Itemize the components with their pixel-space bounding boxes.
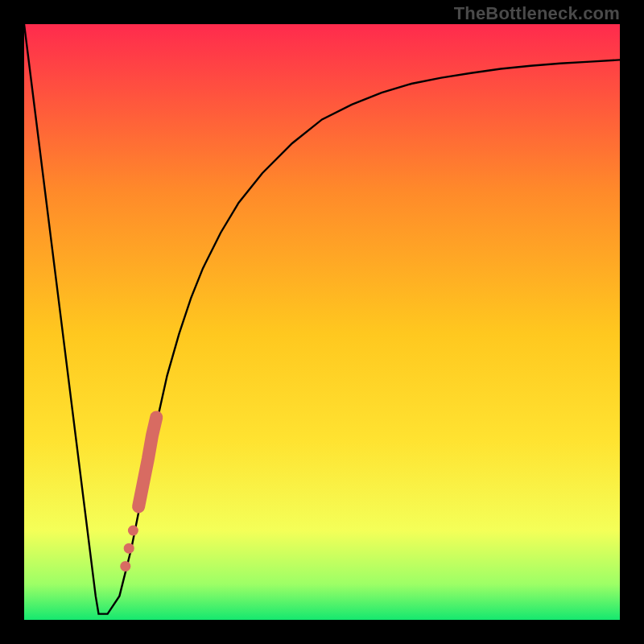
chart-frame: TheBottleneck.com [0, 0, 644, 644]
highlight-dot [124, 543, 134, 554]
gradient-background [24, 24, 620, 620]
plot-area [24, 24, 620, 620]
highlight-dot [128, 526, 138, 536]
watermark-text: TheBottleneck.com [454, 3, 620, 24]
highlight-dot [120, 561, 130, 572]
chart-svg [24, 24, 620, 620]
